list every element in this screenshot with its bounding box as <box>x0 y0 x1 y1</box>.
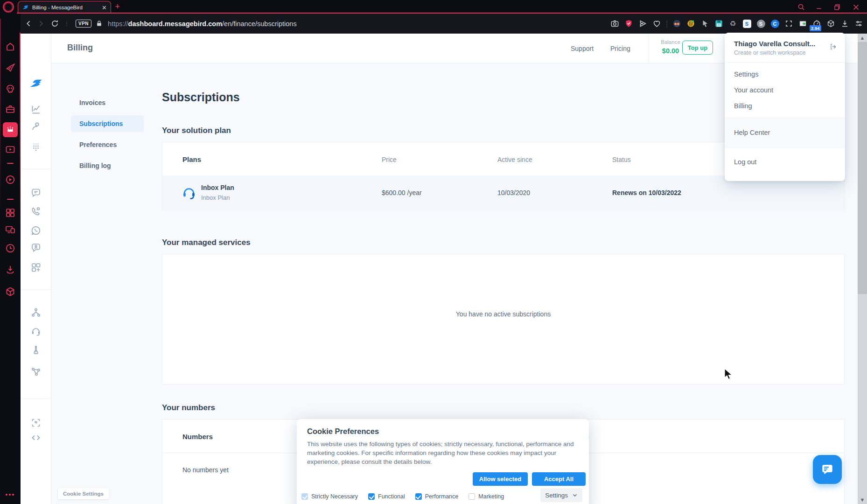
subnav-billing-log[interactable]: Billing log <box>71 157 144 174</box>
screenshot-camera-icon[interactable] <box>610 19 619 28</box>
dialpad-numbers-icon[interactable] <box>30 141 42 153</box>
voice-phone-icon[interactable] <box>30 206 42 217</box>
logout-section: Log out <box>725 147 845 176</box>
gauge-extension-icon[interactable]: 2.94 <box>812 19 821 28</box>
pricing-link[interactable]: Pricing <box>610 45 630 52</box>
accept-all-button[interactable]: Accept All <box>532 472 586 486</box>
flows-icon[interactable] <box>30 307 42 318</box>
back-icon[interactable] <box>22 19 35 28</box>
developers-code-icon[interactable] <box>30 432 42 443</box>
minimize-button[interactable] <box>814 2 824 12</box>
column-price: Price <box>382 156 397 163</box>
whatsapp-icon[interactable] <box>30 225 42 236</box>
browser-tab[interactable]: Billing - MessageBird ✕ <box>18 1 111 14</box>
cursor-extension-icon[interactable] <box>700 19 709 28</box>
marketing-label: Marketing <box>478 493 504 500</box>
scroll-up-arrow[interactable]: ▲ <box>858 34 867 42</box>
vpn-badge[interactable]: VPN <box>76 20 91 28</box>
frame-capture-icon[interactable] <box>30 417 42 428</box>
allow-selected-button[interactable]: Allow selected <box>473 472 528 486</box>
subnav-preferences[interactable]: Preferences <box>71 136 144 153</box>
agent-bubble-icon[interactable] <box>30 242 42 253</box>
conversations-chat-icon[interactable] <box>30 187 42 198</box>
cube-extension-icon[interactable] <box>826 19 835 28</box>
functional-label: Functional <box>378 493 405 500</box>
flow-devices-icon[interactable] <box>5 224 16 235</box>
adblock-shield-icon[interactable] <box>624 19 633 28</box>
video-popout-icon[interactable] <box>5 144 16 155</box>
logout-icon <box>829 43 837 50</box>
lock-icon[interactable] <box>95 20 103 27</box>
opera-logo-icon[interactable] <box>3 1 14 13</box>
plan-subtitle: Inbox Plan <box>201 194 230 201</box>
messagebird-sidebar <box>21 34 51 504</box>
page-scrollbar[interactable]: ▲ ▼ <box>858 34 867 504</box>
tab-close-icon[interactable]: ✕ <box>102 5 107 11</box>
workspace-switcher[interactable]: Thiago Varella Consult... Create or swit… <box>725 33 845 62</box>
scrollbar-thumb[interactable] <box>858 42 867 294</box>
connectors-network-icon[interactable] <box>30 366 42 377</box>
cookie-settings-select[interactable]: Settings <box>540 488 582 502</box>
contacts-icon[interactable] <box>30 121 42 132</box>
scroll-down-arrow[interactable]: ▼ <box>858 496 867 504</box>
cookie-settings-button[interactable]: Cookie Settings <box>58 488 109 499</box>
more-dots-icon[interactable] <box>6 494 14 496</box>
subnav-subscriptions[interactable]: Subscriptions <box>71 115 144 132</box>
sidebar-divider <box>21 289 51 290</box>
c-blue-extension-icon[interactable]: C <box>770 19 779 28</box>
send-plane-icon[interactable] <box>638 19 647 28</box>
performance-checkbox[interactable] <box>415 493 422 500</box>
speed-dial-grid-icon[interactable] <box>5 207 16 218</box>
heart-icon[interactable] <box>652 19 661 28</box>
column-plans: Plans <box>182 155 201 163</box>
download-extension-icon[interactable] <box>840 19 849 28</box>
extensions-cube-icon[interactable] <box>5 286 16 297</box>
marketing-checkbox[interactable] <box>468 493 475 500</box>
yellow-crest-extension-icon[interactable] <box>686 19 695 28</box>
restore-button[interactable] <box>832 2 842 12</box>
briefcase-icon[interactable] <box>5 104 16 115</box>
app-title: Billing <box>67 43 93 53</box>
avatar-extension-icon[interactable] <box>672 19 681 28</box>
menu-item-billing[interactable]: Billing <box>725 98 845 114</box>
downloads-icon[interactable] <box>5 264 16 275</box>
airplane-icon[interactable] <box>5 62 16 73</box>
skull-icon[interactable] <box>5 83 16 94</box>
menu-item-your-account[interactable]: Your account <box>725 82 845 98</box>
toolbar-dots-icon[interactable] <box>61 21 73 27</box>
play-circle-icon[interactable] <box>5 174 16 185</box>
s-blue-extension-icon[interactable]: S <box>742 19 751 28</box>
url-bar[interactable]: https://dashboard.messagebird.com/en/fin… <box>108 20 297 28</box>
opera-gx-crown-icon[interactable] <box>3 122 18 137</box>
home-icon[interactable] <box>5 41 16 52</box>
history-clock-icon[interactable] <box>5 243 16 254</box>
labs-flask-icon[interactable] <box>30 344 42 356</box>
subnav-invoices[interactable]: Invoices <box>71 94 144 111</box>
analytics-chart-icon[interactable] <box>30 104 42 115</box>
browser-search-icon[interactable] <box>796 2 806 12</box>
fullscreen-brackets-icon[interactable] <box>784 19 793 28</box>
functional-checkbox[interactable] <box>368 493 375 500</box>
s-gray-extension-icon[interactable]: S <box>756 19 765 28</box>
column-status: Status <box>612 156 631 163</box>
integrations-widgets-icon[interactable] <box>30 262 42 273</box>
close-button[interactable] <box>851 2 861 12</box>
new-tab-button[interactable]: + <box>115 1 120 12</box>
window-share-extension-icon[interactable] <box>798 19 807 28</box>
menu-item-help-center[interactable]: Help Center <box>725 125 845 140</box>
reload-icon[interactable] <box>49 19 61 28</box>
messagebird-logo-icon[interactable] <box>29 77 42 91</box>
menu-item-log-out[interactable]: Log out <box>725 154 845 170</box>
support-link[interactable]: Support <box>571 45 594 52</box>
sliders-settings-icon[interactable] <box>854 19 863 28</box>
inbox-headset-icon[interactable] <box>30 326 42 337</box>
chat-launcher-button[interactable] <box>813 455 842 484</box>
extension-separator <box>666 21 667 27</box>
chat-bubble-icon <box>820 462 835 477</box>
top-up-button[interactable]: Top up <box>682 41 713 55</box>
plan-price: $600.00 /year <box>382 189 422 196</box>
forward-icon[interactable] <box>35 19 47 28</box>
save-floppy-extension-icon[interactable] <box>714 19 723 28</box>
menu-item-settings[interactable]: Settings <box>725 66 845 82</box>
recycle-extension-icon[interactable]: ♻ <box>728 19 737 28</box>
